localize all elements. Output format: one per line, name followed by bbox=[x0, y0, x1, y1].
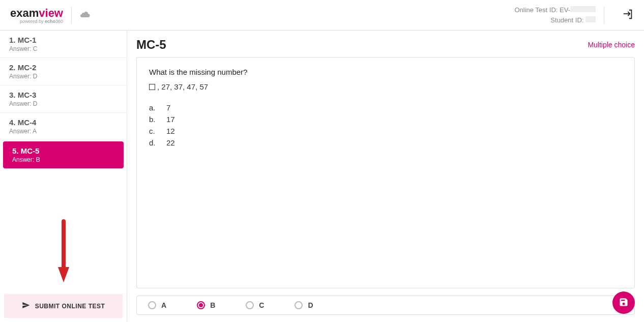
nav-item-mc4[interactable]: 4. MC-4 Answer: A bbox=[0, 113, 127, 140]
nav-item-title: 2. MC-2 bbox=[9, 63, 118, 72]
answer-option-d[interactable]: D bbox=[295, 301, 313, 309]
main-panel: MC-5 Multiple choice What is the missing… bbox=[127, 31, 644, 322]
content: 1. MC-1 Answer: C 2. MC-2 Answer: D 3. M… bbox=[0, 31, 644, 322]
answer-option-a[interactable]: A bbox=[148, 301, 166, 309]
radio-icon bbox=[197, 301, 205, 309]
nav-item-mc2[interactable]: 2. MC-2 Answer: D bbox=[0, 58, 127, 85]
save-icon bbox=[619, 297, 629, 309]
nav-item-answer: Answer: B bbox=[12, 156, 114, 163]
nav-item-title: 3. MC-3 bbox=[9, 91, 118, 99]
choice-c: c. 12 bbox=[149, 127, 622, 135]
logo: examview powered by echo360 bbox=[10, 7, 63, 24]
question-title: MC-5 bbox=[136, 38, 166, 52]
nav-item-answer: Answer: D bbox=[9, 73, 118, 80]
radio-icon bbox=[246, 301, 254, 309]
header-divider bbox=[604, 7, 604, 24]
test-id-label: Online Test ID: EV- bbox=[514, 6, 570, 14]
nav-item-mc3[interactable]: 3. MC-3 Answer: D bbox=[0, 85, 127, 113]
svg-marker-1 bbox=[58, 267, 69, 282]
question-nav-list: 1. MC-1 Answer: C 2. MC-2 Answer: D 3. M… bbox=[0, 31, 127, 214]
choice-a: a. 7 bbox=[149, 103, 622, 112]
logo-subtitle: powered by echo360 bbox=[10, 19, 63, 24]
paper-plane-icon bbox=[22, 301, 30, 311]
nav-item-title: 5. MC-5 bbox=[12, 147, 114, 155]
nav-item-answer: Answer: C bbox=[9, 45, 118, 52]
save-button[interactable] bbox=[612, 291, 635, 314]
choices-list: a. 7 b. 17 c. 12 d. 22 bbox=[149, 103, 622, 147]
test-id-value bbox=[570, 6, 596, 12]
nav-item-title: 4. MC-4 bbox=[9, 118, 118, 127]
student-id-value bbox=[586, 16, 596, 22]
arrow-annotation bbox=[0, 214, 127, 290]
test-meta: Online Test ID: EV- Student ID: bbox=[514, 5, 596, 25]
radio-icon bbox=[295, 301, 303, 309]
logo-text-part1: exam bbox=[10, 7, 39, 19]
question-header: MC-5 Multiple choice bbox=[136, 38, 635, 52]
choice-d: d. 22 bbox=[149, 138, 622, 147]
question-sequence: , 27, 37, 47, 57 bbox=[149, 82, 622, 91]
submit-label: SUBMIT ONLINE TEST bbox=[35, 303, 105, 310]
answer-option-c[interactable]: C bbox=[246, 301, 264, 309]
radio-icon bbox=[148, 301, 156, 309]
logo-text-part2: view bbox=[39, 7, 63, 19]
choice-b: b. 17 bbox=[149, 115, 622, 124]
question-text: What is the missing number? bbox=[149, 68, 622, 76]
nav-item-mc1[interactable]: 1. MC-1 Answer: C bbox=[0, 31, 127, 58]
sidebar: 1. MC-1 Answer: C 2. MC-2 Answer: D 3. M… bbox=[0, 31, 127, 322]
nav-item-answer: Answer: D bbox=[9, 100, 118, 107]
question-content-panel: What is the missing number? , 27, 37, 47… bbox=[136, 57, 635, 288]
submit-online-test-button[interactable]: SUBMIT ONLINE TEST bbox=[4, 294, 123, 318]
cloud-icon bbox=[80, 11, 90, 20]
nav-item-answer: Answer: A bbox=[9, 128, 118, 135]
nav-item-mc5[interactable]: 5. MC-5 Answer: B bbox=[3, 141, 124, 168]
header-divider bbox=[71, 7, 72, 24]
exit-icon[interactable] bbox=[623, 9, 634, 22]
app-header: examview powered by echo360 Online Test … bbox=[0, 0, 644, 31]
student-id-label: Student ID: bbox=[550, 16, 586, 24]
blank-box-icon bbox=[149, 84, 155, 90]
nav-item-title: 1. MC-1 bbox=[9, 36, 118, 44]
question-type-label: Multiple choice bbox=[588, 41, 635, 49]
answer-option-b[interactable]: B bbox=[197, 301, 215, 309]
answer-bar: A B C D bbox=[136, 296, 635, 315]
